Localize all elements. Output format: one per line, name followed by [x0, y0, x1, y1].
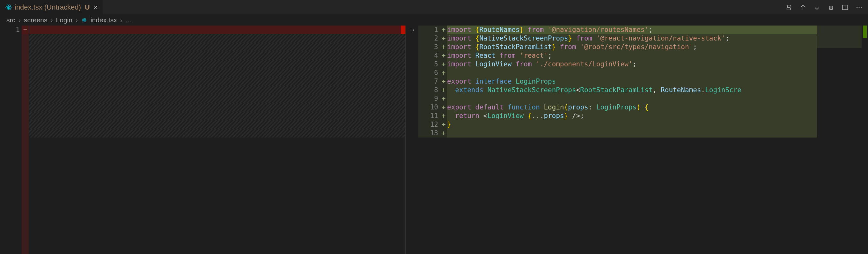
svg-rect-4 [787, 8, 790, 9]
tab-bar: index.tsx (Untracked) U [0, 0, 868, 15]
next-change-icon[interactable] [813, 3, 821, 11]
diff-revert-gutter: → [406, 26, 418, 254]
vertical-scrollbar[interactable] [862, 26, 868, 254]
chevron-right-icon: › [75, 16, 78, 24]
editor-actions [785, 0, 868, 15]
removed-marker [401, 26, 405, 34]
revert-change-arrow-icon[interactable]: → [406, 26, 418, 34]
code-line[interactable]: import React from 'react'; [447, 51, 868, 60]
chevron-right-icon: › [51, 16, 53, 24]
code-line[interactable]: extends NativeStackScreenProps<RootStack… [447, 86, 868, 94]
breadcrumb-segment[interactable]: src [6, 16, 15, 24]
code-line[interactable]: import {NativeStackScreenProps} from '@r… [447, 34, 868, 43]
breadcrumb-file[interactable]: index.tsx [91, 16, 117, 24]
svg-point-6 [857, 7, 858, 8]
code-area-modified[interactable]: import {RouteNames} from '@navigation/ro… [447, 26, 868, 254]
line-number-gutter: 12345678910111213 [418, 26, 440, 254]
editor-tab[interactable]: index.tsx (Untracked) U [0, 0, 103, 15]
whitespace-icon[interactable] [827, 3, 835, 11]
code-line[interactable]: import {RouteNames} from '@navigation/ro… [447, 26, 868, 34]
minimap-added-region [817, 26, 862, 48]
diff-editor: 1 − → 12345678910111213 +++++++++++++ im… [0, 26, 868, 254]
react-file-icon [81, 17, 87, 23]
code-line[interactable]: import {RootStackParamList} from '@root/… [447, 43, 868, 51]
breadcrumb-segment[interactable]: screens [24, 16, 48, 24]
code-line[interactable] [447, 129, 868, 138]
svg-point-9 [84, 20, 85, 21]
diff-modified-pane[interactable]: 12345678910111213 +++++++++++++ import {… [418, 26, 868, 254]
more-actions-icon[interactable] [855, 3, 863, 11]
svg-point-0 [8, 7, 9, 8]
scrollbar-added-marker [863, 26, 867, 38]
code-line[interactable] [447, 94, 868, 103]
close-icon[interactable] [92, 4, 99, 10]
code-area-original[interactable] [29, 26, 405, 254]
breadcrumb-trail[interactable]: ... [126, 16, 131, 24]
diff-original-pane[interactable]: 1 − [0, 26, 406, 254]
revert-file-icon[interactable] [785, 3, 793, 11]
code-line[interactable]: export interface LoginProps [447, 77, 868, 86]
diff-sign-gutter: − [22, 26, 29, 254]
code-line[interactable]: } [447, 120, 868, 129]
svg-point-7 [859, 7, 860, 8]
code-line[interactable] [447, 68, 868, 77]
split-editor-icon[interactable] [841, 3, 849, 11]
code-line[interactable]: export default function Login(props: Log… [447, 103, 868, 112]
tab-title: index.tsx (Untracked) [15, 3, 81, 11]
minimap[interactable] [817, 26, 862, 254]
code-line[interactable]: import LoginView from './components/Logi… [447, 60, 868, 68]
react-file-icon [5, 4, 12, 11]
chevron-right-icon: › [120, 16, 122, 24]
tab-git-status: U [85, 3, 90, 11]
previous-change-icon[interactable] [799, 3, 807, 11]
diff-sign-gutter: +++++++++++++ [440, 26, 447, 254]
code-line[interactable]: return <LoginView {...props} />; [447, 112, 868, 120]
breadcrumb[interactable]: src › screens › Login › index.tsx › ... [0, 15, 868, 26]
breadcrumb-segment[interactable]: Login [56, 16, 72, 24]
line-number-gutter: 1 [0, 26, 22, 254]
chevron-right-icon: › [19, 16, 21, 24]
svg-point-8 [861, 7, 862, 8]
